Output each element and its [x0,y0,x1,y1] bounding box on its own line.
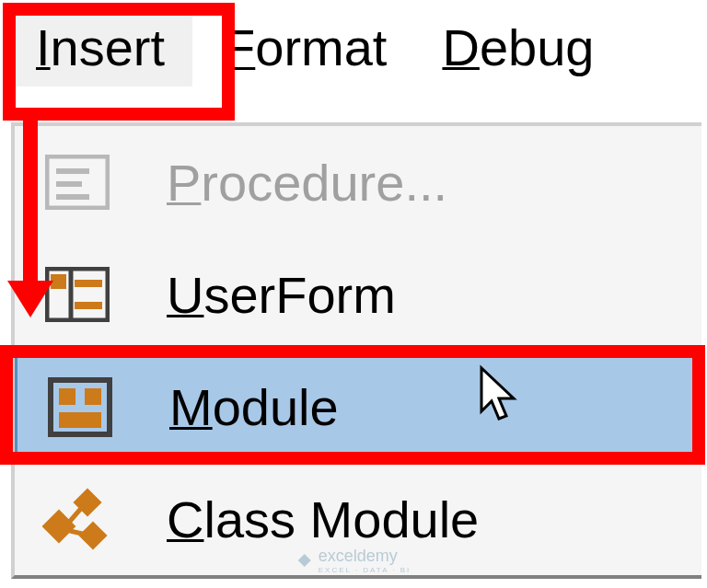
debug-mnemonic: D [442,18,479,76]
svg-rect-12 [59,412,101,428]
menubar: Insert Format Debug [0,0,707,90]
module-label: Module [169,377,339,437]
class-module-icon [42,485,111,554]
class-module-label: Class Module [167,490,479,549]
svg-rect-10 [59,388,75,405]
red-arrow-down [14,120,46,322]
svg-rect-13 [42,510,75,544]
insert-mnemonic: I [36,18,51,76]
menu-format[interactable]: Format [196,8,414,86]
debug-label: ebug [480,18,595,76]
userform-label: UserForm [167,265,396,325]
svg-marker-18 [298,554,311,567]
module-icon [45,373,114,442]
menu-insert[interactable]: Insert [5,5,196,90]
insert-label: nsert [51,18,166,76]
dropdown-item-userform[interactable]: UserForm [15,238,701,351]
format-mnemonic: F [224,18,255,76]
insert-dropdown: Procedure... UserForm Mod [11,122,701,579]
svg-rect-11 [85,388,101,405]
dropdown-item-procedure: Procedure... [15,126,701,238]
watermark-brand: exceldemy [319,547,411,566]
procedure-icon [42,148,111,217]
watermark-sub: EXCEL · DATA · BI [319,566,411,574]
watermark: exceldemy EXCEL · DATA · BI [296,547,411,574]
dropdown-item-module[interactable]: Module [15,351,701,463]
format-label: ormat [255,18,387,76]
menu-debug[interactable]: Debug [414,8,621,86]
svg-line-16 [66,505,84,525]
procedure-label: Procedure... [167,153,447,213]
